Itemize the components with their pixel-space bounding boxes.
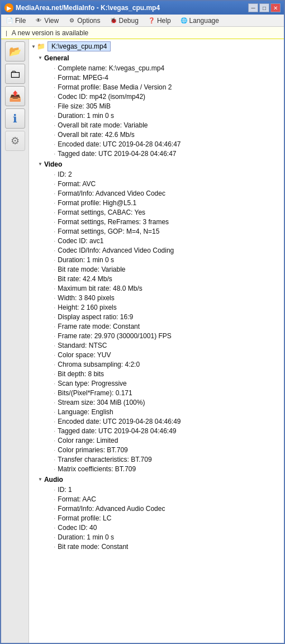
video-property-13: Width: 3 840 pixels [38, 293, 282, 303]
audio-property-0: ID: 1 [38, 485, 282, 495]
language-menu-icon: 🌐 [180, 17, 188, 25]
window-title: MediaArea.net/MediaInfo - K:\vegas_cpu.m… [16, 4, 160, 12]
video-property-3: Format profile: High@L5.1 [38, 198, 282, 208]
video-property-24: Stream size: 304 MiB (100%) [38, 398, 282, 408]
menu-options-label: Options [77, 17, 100, 25]
video-property-2: Format/Info: Advanced Video Codec [38, 189, 282, 198]
audio-property-6: Bit rate mode: Constant [38, 542, 282, 552]
notification-icon: | [6, 30, 7, 36]
menu-language-label: Language [189, 17, 219, 25]
video-property-31: Matrix coefficients: BT.709 [38, 465, 282, 474]
general-property-3: Codec ID: mp42 (isom/mp42) [38, 92, 282, 102]
close-button[interactable]: ✕ [270, 3, 281, 12]
export-icon: 📤 [9, 90, 21, 102]
menu-language[interactable]: 🌐 Language [178, 16, 221, 25]
view-menu-icon: 👁 [35, 17, 42, 25]
help-menu-icon: ❓ [148, 17, 155, 25]
settings-icon: ⚙ [11, 135, 20, 147]
audio-property-1: Format: AAC [38, 495, 282, 504]
open-file-icon: 📂 [9, 45, 21, 58]
folder-icon: 📁 [37, 42, 45, 50]
file-menu-icon: 📄 [6, 17, 13, 25]
main-area: 📂 🗀 📤 ℹ ⚙ ▼ 📁 K:\vegas_cpu.mp4 [1, 39, 284, 643]
video-title: Video [44, 159, 62, 170]
general-property-4: File size: 305 MiB [38, 102, 282, 111]
general-property-8: Encoded date: UTC 2019-04-28 04:46:47 [38, 140, 282, 149]
open-folder-btn[interactable]: 🗀 [5, 64, 25, 84]
options-menu-icon: ⚙ [68, 17, 75, 25]
menu-view[interactable]: 👁 View [32, 16, 61, 25]
general-title: General [44, 53, 69, 64]
video-property-16: Frame rate mode: Constant [38, 322, 282, 332]
menu-options[interactable]: ⚙ Options [65, 16, 102, 25]
video-property-26: Encoded date: UTC 2019-04-28 04:46:49 [38, 417, 282, 427]
general-property-0: Complete name: K:\vegas_cpu.mp4 [38, 64, 282, 73]
title-bar-buttons: ─ □ ✕ [248, 3, 281, 12]
menu-view-label: View [44, 17, 59, 25]
video-property-14: Height: 2 160 pixels [38, 303, 282, 312]
video-property-10: Bit rate mode: Variable [38, 265, 282, 274]
video-property-1: Format: AVC [38, 179, 282, 189]
video-property-15: Display aspect ratio: 16:9 [38, 312, 282, 322]
video-property-7: Codec ID: avc1 [38, 236, 282, 246]
sidebar: 📂 🗀 📤 ℹ ⚙ [1, 39, 29, 643]
video-header: ▼ Video [38, 159, 282, 170]
audio-section: ▼ Audio ID: 1 Format: AAC Format/Info: A… [38, 474, 282, 552]
app-icon: ▶ [4, 3, 13, 12]
video-property-23: Bits/(Pixel*Frame): 0.171 [38, 389, 282, 398]
video-property-9: Duration: 1 min 0 s [38, 255, 282, 265]
general-property-7: Overall bit rate: 42.6 Mb/s [38, 130, 282, 140]
root-triangle: ▼ [31, 44, 36, 49]
general-property-6: Overall bit rate mode: Variable [38, 121, 282, 130]
general-property-1: Format: MPEG-4 [38, 73, 282, 83]
video-property-29: Color primaries: BT.709 [38, 446, 282, 455]
video-property-12: Maximum bit rate: 48.0 Mb/s [38, 284, 282, 293]
title-bar: ▶ MediaArea.net/MediaInfo - K:\vegas_cpu… [1, 1, 284, 15]
info-icon: ℹ [13, 112, 17, 125]
settings-btn[interactable]: ⚙ [5, 131, 25, 151]
menu-file-label: File [15, 17, 26, 25]
file-path: K:\vegas_cpu.mp4 [48, 41, 111, 51]
video-property-5: Format settings, ReFrames: 3 frames [38, 217, 282, 227]
open-file-btn[interactable]: 📂 [5, 41, 25, 61]
video-property-6: Format settings, GOP: M=4, N=15 [38, 227, 282, 236]
general-triangle: ▼ [38, 53, 42, 64]
menu-help-label: Help [157, 17, 171, 25]
title-bar-left: ▶ MediaArea.net/MediaInfo - K:\vegas_cpu… [4, 3, 160, 12]
video-property-17: Frame rate: 29.970 (30000/1001) FPS [38, 332, 282, 341]
video-section: ▼ Video ID: 2 Format: AVC Format/Info: A… [38, 159, 282, 474]
video-property-21: Bit depth: 8 bits [38, 370, 282, 379]
video-property-27: Tagged date: UTC 2019-04-28 04:46:49 [38, 427, 282, 436]
video-property-22: Scan type: Progressive [38, 379, 282, 389]
video-property-20: Chroma subsampling: 4:2:0 [38, 360, 282, 370]
menu-debug-label: Debug [119, 17, 139, 25]
menu-help[interactable]: ❓ Help [145, 16, 173, 25]
export-btn[interactable]: 📤 [5, 86, 25, 106]
general-header: ▼ General [38, 53, 282, 64]
menu-debug[interactable]: 🐞 Debug [107, 16, 141, 25]
audio-triangle: ▼ [38, 474, 42, 485]
video-triangle: ▼ [38, 159, 42, 170]
general-property-5: Duration: 1 min 0 s [38, 111, 282, 121]
audio-title: Audio [44, 474, 63, 485]
content-area[interactable]: ▼ 📁 K:\vegas_cpu.mp4 ▼ General Complete … [29, 39, 284, 643]
video-property-28: Color range: Limited [38, 436, 282, 446]
video-property-8: Codec ID/Info: Advanced Video Coding [38, 246, 282, 255]
main-window: ▶ MediaArea.net/MediaInfo - K:\vegas_cpu… [0, 0, 285, 644]
video-property-4: Format settings, CABAC: Yes [38, 208, 282, 217]
general-property-2: Format profile: Base Media / Version 2 [38, 83, 282, 92]
video-property-18: Standard: NTSC [38, 341, 282, 351]
open-folder-icon: 🗀 [10, 68, 21, 80]
audio-property-2: Format/Info: Advanced Audio Codec [38, 504, 282, 514]
video-property-30: Transfer characteristics: BT.709 [38, 455, 282, 465]
menu-file[interactable]: 📄 File [3, 16, 28, 25]
info-btn[interactable]: ℹ [5, 108, 25, 129]
maximize-button[interactable]: □ [259, 3, 269, 12]
audio-property-3: Format profile: LC [38, 514, 282, 523]
debug-menu-icon: 🐞 [110, 17, 117, 25]
audio-property-4: Codec ID: 40 [38, 523, 282, 533]
minimize-button[interactable]: ─ [248, 3, 258, 12]
menu-bar: 📄 File 👁 View ⚙ Options 🐞 Debug ❓ Help 🌐… [1, 15, 284, 27]
video-property-25: Language: English [38, 408, 282, 417]
video-property-11: Bit rate: 42.4 Mb/s [38, 274, 282, 284]
